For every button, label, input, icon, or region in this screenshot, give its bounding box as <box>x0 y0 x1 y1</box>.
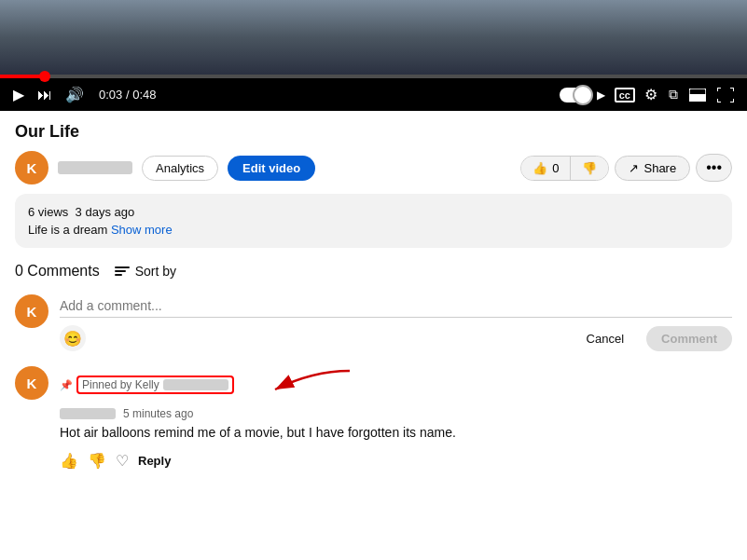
video-meta-row: K Analytics Edit video 👍 0 👎 ↗ Share ••• <box>15 151 732 184</box>
comments-header: 0 Comments Sort by <box>15 263 732 280</box>
comment-item: K 📌 Pinned by Kelly <box>15 366 732 471</box>
commenter-name-placeholder <box>163 379 228 390</box>
cancel-button[interactable]: Cancel <box>572 326 639 351</box>
miniplayer-button[interactable]: ⧉ <box>667 85 680 104</box>
comments-count: 0 Comments <box>15 263 100 280</box>
thumbup-icon: 👍 <box>533 161 547 175</box>
share-icon: ↗ <box>629 161 639 175</box>
pinned-text: Pinned by Kelly <box>82 378 159 391</box>
autoplay-toggle[interactable]: ▶ <box>560 87 607 103</box>
toggle-track[interactable] <box>560 88 591 102</box>
dislike-button[interactable]: 👎 <box>571 157 608 180</box>
comment-input-actions: 😊 Cancel Comment <box>60 325 732 351</box>
more-icon: ••• <box>706 159 722 176</box>
comment-form-buttons: Cancel Comment <box>572 326 732 351</box>
comment-like-button[interactable]: 👍 <box>60 452 78 470</box>
commenter-avatar[interactable]: K <box>15 366 48 400</box>
action-buttons: 👍 0 👎 ↗ Share ••• <box>520 154 732 182</box>
play-button[interactable]: ▶ <box>11 84 26 105</box>
like-dislike-group: 👍 0 👎 <box>520 156 609 181</box>
like-count: 0 <box>552 161 559 175</box>
sort-by-button[interactable]: Sort by <box>115 264 176 279</box>
toggle-knob <box>573 85 593 105</box>
thumbdown-icon: 👎 <box>582 161 597 175</box>
pin-icon: 📌 <box>60 379 73 391</box>
comment-body: 📌 Pinned by Kelly 5 minutes <box>60 366 732 471</box>
comment-input[interactable] <box>60 294 732 318</box>
share-label: Share <box>643 161 676 175</box>
content-area: Our Life K Analytics Edit video 👍 0 👎 ↗ … <box>0 111 747 498</box>
video-thumbnail <box>0 0 747 75</box>
comment-submit-button[interactable]: Comment <box>646 326 732 351</box>
sort-by-label: Sort by <box>135 264 176 279</box>
progress-bar[interactable] <box>0 75 747 78</box>
emoji-button[interactable]: 😊 <box>60 325 86 351</box>
like-button[interactable]: 👍 0 <box>521 157 571 180</box>
show-more-link[interactable]: Show more <box>111 223 173 237</box>
user-avatar: K <box>15 294 48 328</box>
cc-button[interactable]: cc <box>615 88 635 102</box>
svg-rect-1 <box>689 94 706 102</box>
comment-author-placeholder <box>60 408 116 419</box>
comment-heart-button[interactable]: ♡ <box>116 452 129 470</box>
right-controls: ▶ cc ⚙ ⧉ <box>560 84 736 105</box>
time-display: 0:03 / 0:48 <box>99 88 156 102</box>
more-button[interactable]: ••• <box>696 154 732 182</box>
comment-time: 5 minutes ago <box>123 407 193 420</box>
channel-avatar[interactable]: K <box>15 151 48 184</box>
volume-button[interactable]: 🔊 <box>63 84 86 105</box>
reply-button[interactable]: Reply <box>138 450 171 471</box>
fullscreen-button[interactable] <box>715 86 736 104</box>
progress-fill <box>0 75 45 78</box>
theater-button[interactable] <box>687 87 708 103</box>
comment-header: 5 minutes ago <box>60 407 732 420</box>
red-arrow-annotation <box>247 366 359 403</box>
progress-dot <box>39 71 50 82</box>
description-stats: 6 views 3 days ago <box>28 205 719 219</box>
video-controls: ▶ ⏭ 🔊 0:03 / 0:48 ▶ cc ⚙ ⧉ <box>0 78 747 111</box>
channel-name <box>58 161 132 174</box>
pinned-highlight: Pinned by Kelly <box>76 376 234 394</box>
description-text: Life is a dream Show more <box>28 223 719 237</box>
share-button[interactable]: ↗ Share <box>615 156 690 181</box>
pinned-label: 📌 Pinned by Kelly <box>60 366 732 403</box>
comment-text: Hot air balloons remind me of a movie, b… <box>60 424 732 443</box>
sort-icon <box>115 266 130 276</box>
autoplay-icon: ▶ <box>595 87 607 103</box>
description-box: 6 views 3 days ago Life is a dream Show … <box>15 194 732 248</box>
comment-input-wrapper: 😊 Cancel Comment <box>60 294 732 351</box>
video-player: ▶ ⏭ 🔊 0:03 / 0:48 ▶ cc ⚙ ⧉ <box>0 0 747 111</box>
settings-button[interactable]: ⚙ <box>643 84 659 105</box>
skip-button[interactable]: ⏭ <box>35 85 54 105</box>
edit-video-button[interactable]: Edit video <box>228 156 315 181</box>
video-title: Our Life <box>15 122 732 142</box>
analytics-button[interactable]: Analytics <box>142 156 218 181</box>
add-comment-row: K 😊 Cancel Comment <box>15 294 732 351</box>
comment-dislike-button[interactable]: 👎 <box>88 452 106 470</box>
comment-actions: 👍 👎 ♡ Reply <box>60 450 732 471</box>
